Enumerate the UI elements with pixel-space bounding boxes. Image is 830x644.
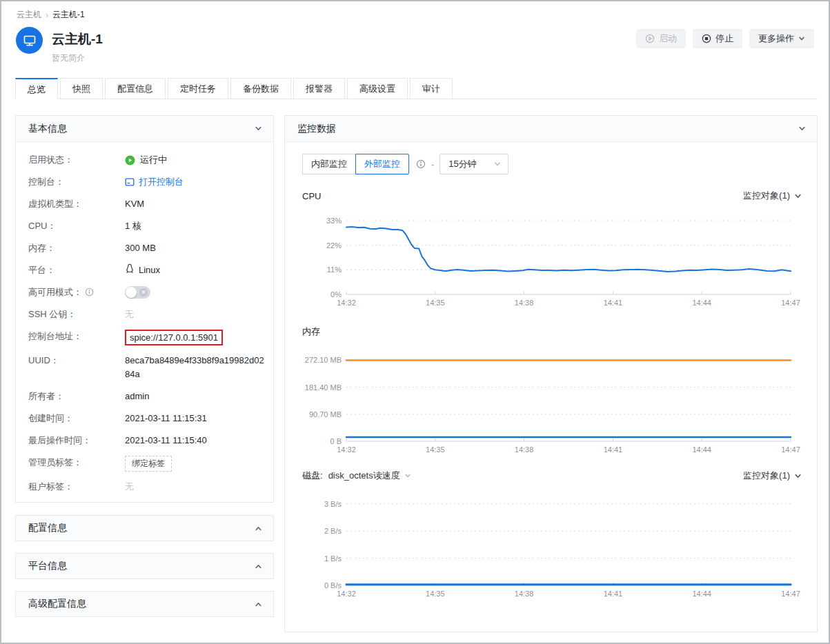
collapsed-panel: 配置信息 [15, 515, 274, 541]
svg-text:272.10 MB: 272.10 MB [305, 356, 342, 364]
disk-chart: 0 B/s1 B/s2 B/s3 B/s14:3214:3514:3814:41… [302, 486, 802, 604]
svg-text:14:38: 14:38 [515, 299, 534, 307]
svg-text:22%: 22% [326, 241, 342, 250]
info-row: 内存：300 MB [16, 237, 266, 259]
info-row: 所有者：admin [16, 385, 266, 407]
monitor-panel-header[interactable]: 监控数据 [285, 116, 817, 142]
memory-section-label: 内存 [302, 325, 320, 338]
chevron-up-icon [255, 601, 262, 608]
chevron-down-icon [494, 161, 501, 168]
monitor-controls: 内部监控 外部监控 - 15分钟 [302, 154, 802, 174]
external-monitor-button[interactable]: 外部监控 [355, 154, 409, 174]
collapsed-panel: 平台信息 [15, 553, 274, 579]
basic-info-header[interactable]: 基本信息 [16, 116, 273, 142]
info-icon[interactable] [85, 288, 94, 296]
svg-text:14:41: 14:41 [604, 445, 623, 454]
collapsed-panel-header[interactable]: 高级配置信息 [16, 592, 273, 616]
svg-text:3 B/s: 3 B/s [324, 500, 342, 508]
svg-text:33%: 33% [326, 217, 342, 225]
tab-item[interactable]: 快照 [60, 78, 103, 99]
open-console-link[interactable]: 打开控制台 [125, 175, 184, 189]
chevron-down-icon [798, 125, 806, 132]
memory-chart: 0 B90.70 MB181.40 MB272.10 MB14:3214:351… [302, 342, 802, 460]
tab-item[interactable]: 审计 [410, 78, 453, 99]
tab-item[interactable]: 备份数据 [230, 78, 291, 99]
collapsed-panel-title: 配置信息 [28, 522, 67, 534]
cpu-section-header: CPU 监控对象(1) [302, 190, 802, 202]
info-row: SSH 公钥：无 [16, 303, 266, 325]
info-row-label: 平台： [28, 263, 125, 277]
info-row-value: 绑定标签 [125, 456, 266, 472]
svg-text:14:47: 14:47 [781, 445, 800, 454]
linux-penguin-icon [125, 263, 135, 274]
info-row: 控制台地址：spice://127.0.0.1:5901 [16, 325, 266, 350]
info-row: 平台：Linux [16, 259, 266, 281]
breadcrumb-root[interactable]: 云主机 [17, 9, 41, 21]
info-row-label: 租户标签： [28, 480, 125, 494]
basic-info-panel: 基本信息 启用状态：运行中控制台：打开控制台虚拟机类型：KVMCPU：1 核内存… [15, 115, 274, 503]
tab-item[interactable]: 总览 [15, 78, 58, 99]
info-row: 管理员标签：绑定标签 [16, 452, 266, 476]
internal-monitor-button[interactable]: 内部监控 [302, 154, 355, 174]
disk-metric-dropdown[interactable]: disk_octets读速度 [328, 470, 411, 482]
info-row-label: 控制台： [28, 175, 125, 189]
tab-item[interactable]: 配置信息 [105, 78, 166, 99]
tab-item[interactable]: 报警器 [293, 78, 345, 99]
info-row: UUID：8eca7ba8489e4f33b8f9a19982d0284a [16, 350, 266, 385]
basic-info-title: 基本信息 [28, 123, 67, 135]
info-row-value: 打开控制台 [125, 175, 266, 189]
info-icon[interactable] [416, 159, 426, 169]
svg-text:1 B/s: 1 B/s [324, 554, 342, 563]
info-row-label: UUID： [28, 354, 125, 381]
start-button[interactable]: 启动 [636, 29, 686, 48]
info-row-label: 内存： [28, 241, 125, 255]
chevron-down-icon [794, 472, 802, 480]
info-row-label: 高可用模式： [28, 285, 125, 299]
info-row-label: 控制台地址： [28, 330, 125, 345]
muted-value: 无 [125, 308, 134, 321]
info-row: 虚拟机类型：KVM [16, 193, 266, 215]
info-row: 启用状态：运行中 [16, 149, 266, 171]
svg-text:11%: 11% [327, 265, 342, 274]
collapsed-panel-header[interactable]: 平台信息 [16, 554, 273, 578]
svg-text:14:41: 14:41 [604, 590, 623, 598]
stop-button[interactable]: 停止 [693, 29, 742, 48]
svg-text:0 B/s: 0 B/s [324, 581, 342, 590]
ha-mode-toggle[interactable]: ✕ [125, 286, 150, 299]
header-actions: 启动 停止 更多操作 [636, 29, 814, 48]
more-actions-button[interactable]: 更多操作 [749, 29, 814, 48]
info-row: 最后操作时间：2021-03-11 11:15:40 [16, 430, 266, 452]
info-row-value: KVM [125, 197, 266, 211]
monitor-panel: 监控数据 内部监控 外部监控 - 15分钟 [284, 115, 818, 632]
info-row-value: 2021-03-11 11:15:31 [125, 412, 266, 425]
stop-circle-icon [702, 34, 711, 43]
info-row-value: admin [125, 390, 266, 403]
cpu-monitor-target-dropdown[interactable]: 监控对象(1) [743, 190, 802, 202]
interval-select[interactable]: 15分钟 [439, 154, 508, 174]
dash-separator: - [431, 159, 434, 170]
running-status-icon [125, 155, 135, 165]
svg-text:181.40 MB: 181.40 MB [305, 383, 342, 392]
chevron-down-icon [798, 35, 805, 42]
info-row-value: 8eca7ba8489e4f33b8f9a19982d0284a [125, 354, 266, 381]
info-row: 控制台：打开控制台 [16, 171, 266, 193]
svg-text:0 B: 0 B [330, 437, 342, 445]
status-text: 运行中 [140, 153, 167, 167]
bind-tag-button[interactable]: 绑定标签 [125, 456, 172, 472]
info-row-label: 所有者： [28, 390, 125, 403]
tab-item[interactable]: 高级设置 [347, 78, 408, 99]
info-row-value: 运行中 [125, 153, 266, 167]
collapsed-panel: 高级配置信息 [15, 591, 274, 617]
svg-text:14:32: 14:32 [337, 590, 356, 598]
disk-monitor-target-dropdown[interactable]: 监控对象(1) [743, 470, 802, 482]
cpu-chart-svg: 0%11%22%33%14:3214:3514:3814:4114:4414:4… [302, 206, 803, 311]
info-row-label: 创建时间： [28, 412, 125, 425]
svg-text:14:32: 14:32 [337, 299, 356, 307]
tab-item[interactable]: 定时任务 [168, 78, 228, 99]
info-row-label: CPU： [28, 219, 125, 233]
collapsed-panel-header[interactable]: 配置信息 [16, 516, 273, 541]
info-row-value: spice://127.0.0.1:5901 [125, 330, 266, 345]
info-row-label: 虚拟机类型： [28, 197, 125, 211]
page-subtitle: 暂无简介 [52, 52, 85, 64]
monitor-mode-segment: 内部监控 外部监控 [302, 154, 409, 174]
